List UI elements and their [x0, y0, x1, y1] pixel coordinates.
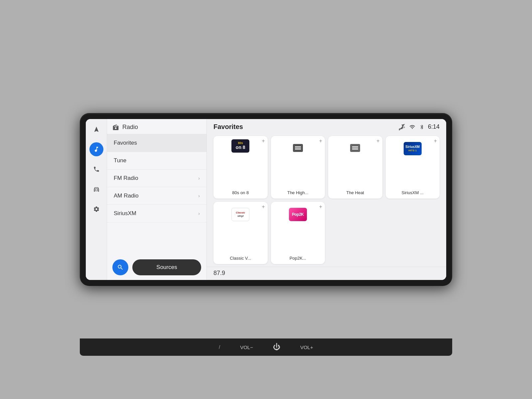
- channel-name: Classic V...: [230, 256, 251, 261]
- car-icon[interactable]: [89, 182, 103, 196]
- sidebar-item-favorites[interactable]: Favorites: [107, 134, 206, 152]
- sidebar-item-siriusxm[interactable]: SiriusXM ›: [107, 205, 206, 222]
- sidebar-item-label: FM Radio: [114, 175, 138, 182]
- add-favorite-icon[interactable]: +: [262, 138, 265, 144]
- screen: Radio Favorites Tune FM Radio › AM Radio: [86, 119, 446, 280]
- fav-card-siriusxm[interactable]: + SiriusXM HITS 1 SiriusXM ...: [386, 136, 440, 199]
- channel-logo-heat: [348, 142, 362, 155]
- main-header: Favorites 6:14: [207, 119, 446, 133]
- volume-controls: / VOL− ⏻ VOL+: [80, 338, 452, 356]
- sidebar-title: Radio: [122, 124, 138, 131]
- channel-logo-80s8: 80s on 8: [231, 139, 249, 153]
- slash-label: /: [219, 344, 220, 350]
- svg-point-0: [95, 190, 96, 191]
- channel-logo-siriusxm: SiriusXM HITS 1: [404, 142, 422, 155]
- wifi-off-icon: [399, 124, 405, 130]
- add-favorite-icon[interactable]: +: [376, 138, 379, 144]
- status-bar: 6:14: [399, 123, 440, 130]
- sidebar-item-label: Tune: [114, 157, 126, 164]
- power-button[interactable]: ⏻: [273, 343, 280, 351]
- chevron-right-icon: ›: [198, 193, 200, 199]
- search-button[interactable]: [112, 259, 128, 275]
- sources-button[interactable]: Sources: [132, 259, 201, 275]
- add-favorite-icon[interactable]: +: [434, 138, 437, 144]
- frequency-display: 87.9: [207, 267, 446, 280]
- fav-card-pop2k[interactable]: + Pop2K Pop2K...: [271, 202, 325, 264]
- add-favorite-icon[interactable]: +: [319, 138, 322, 144]
- chevron-right-icon: ›: [198, 176, 200, 181]
- sidebar-header: Radio: [107, 119, 206, 134]
- vol-minus-button[interactable]: VOL−: [240, 344, 253, 350]
- favorites-grid: + 80s on 8 80s on 8 +: [207, 133, 446, 267]
- bluetooth-icon: [419, 124, 425, 130]
- settings-icon[interactable]: [89, 202, 103, 216]
- sidebar-item-am-radio[interactable]: AM Radio ›: [107, 187, 206, 205]
- vol-plus-button[interactable]: VOL+: [300, 344, 313, 350]
- fav-card-80s8[interactable]: + 80s on 8 80s on 8: [213, 136, 268, 199]
- channel-logo-pop2k: Pop2K: [289, 208, 307, 221]
- sidebar-menu: Favorites Tune FM Radio › AM Radio › Sir: [107, 134, 206, 255]
- fav-card-heat[interactable]: + The Heat: [328, 136, 382, 199]
- sidebar-bottom: Sources: [107, 255, 206, 280]
- sidebar-item-label: Favorites: [114, 140, 137, 146]
- svg-point-1: [97, 190, 98, 191]
- navigation-icon[interactable]: [89, 122, 103, 136]
- channel-logo-classic-vinyl: Classicvinyl: [231, 208, 249, 221]
- channel-name: The High...: [287, 190, 309, 195]
- main-content: Favorites 6:14: [207, 119, 446, 280]
- sidebar: Radio Favorites Tune FM Radio › AM Radio: [107, 119, 207, 280]
- add-favorite-icon[interactable]: +: [319, 204, 322, 210]
- channel-name: The Heat: [346, 190, 364, 195]
- channel-logo-highway: [291, 142, 305, 155]
- fav-card-highway[interactable]: + The High...: [271, 136, 325, 199]
- sidebar-item-fm-radio[interactable]: FM Radio ›: [107, 170, 206, 187]
- sidebar-item-label: AM Radio: [114, 193, 139, 199]
- section-title: Favorites: [213, 123, 243, 131]
- sidebar-item-tune[interactable]: Tune: [107, 152, 206, 170]
- add-favorite-icon[interactable]: +: [262, 204, 265, 210]
- fav-card-classic-vinyl[interactable]: + Classicvinyl Classic V...: [213, 202, 268, 264]
- frequency-value: 87.9: [213, 270, 225, 276]
- channel-name: 80s on 8: [232, 190, 249, 195]
- signal-icon: [409, 124, 416, 130]
- icon-rail: [86, 119, 107, 280]
- radio-header-icon: [112, 124, 119, 131]
- music-icon[interactable]: [89, 142, 103, 156]
- channel-name: SiriusXM ...: [402, 190, 424, 195]
- channel-name: Pop2K...: [290, 256, 306, 261]
- clock: 6:14: [428, 123, 440, 130]
- sidebar-item-label: SiriusXM: [114, 210, 136, 217]
- chevron-right-icon: ›: [198, 211, 200, 216]
- car-bezel: Radio Favorites Tune FM Radio › AM Radio: [80, 113, 452, 286]
- phone-icon[interactable]: [89, 162, 103, 176]
